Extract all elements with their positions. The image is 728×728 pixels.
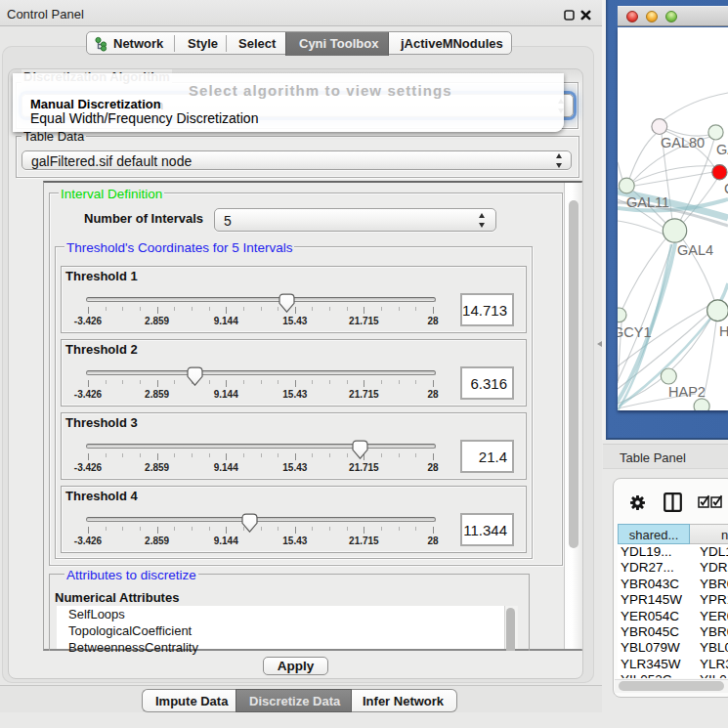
svg-text:GA: GA xyxy=(716,142,728,157)
svg-text:HAP2: HAP2 xyxy=(668,384,706,400)
svg-text:GCY1: GCY1 xyxy=(618,324,652,340)
svg-text:GAL80: GAL80 xyxy=(661,135,705,150)
svg-text:C: C xyxy=(724,181,728,196)
svg-text:H: H xyxy=(719,323,728,339)
svg-text:GAL4: GAL4 xyxy=(677,242,713,258)
svg-text:GAL11: GAL11 xyxy=(626,194,669,210)
